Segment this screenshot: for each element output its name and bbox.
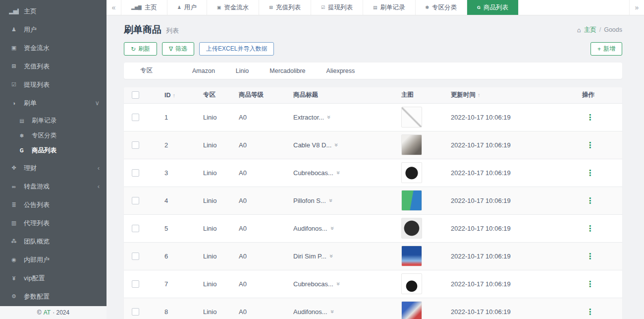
chevron-double-down-icon[interactable]: »	[327, 199, 334, 202]
row-actions-button[interactable]: ⋮	[586, 280, 594, 288]
refresh-button[interactable]: ↻ 刷新	[124, 42, 157, 56]
row-title: Audifonos...	[293, 308, 327, 316]
zone-option-amazon[interactable]: Amazon	[192, 67, 215, 74]
main-area: « ▂▅▇主页♟用户▣资金流水⊞充值列表☑提现列表▤刷单记录✽专区分类G商品列表…	[107, 0, 644, 319]
copyright-year: · 2024	[53, 309, 69, 316]
sidebar-item-withdraw-list[interactable]: ☑提现列表	[0, 75, 107, 94]
sidebar-item-announcement-list[interactable]: ≣公告列表	[0, 195, 107, 214]
agent-list-icon: ▥	[9, 220, 19, 226]
sidebar-item-param-config[interactable]: ⚙参数配置	[0, 287, 107, 306]
tab-withdraw-list[interactable]: ☑提现列表	[311, 0, 363, 15]
sidebar-nav: ▂▅▇主页♟用户▣资金流水⊞充值列表☑提现列表◑刷单∨▤刷单记录✽专区分类G商品…	[0, 0, 107, 306]
sidebar-item-label: 刷单	[24, 99, 37, 108]
mask-box-photo[interactable]	[401, 273, 422, 294]
sidebar-item-users[interactable]: ♟用户	[0, 20, 107, 39]
row-checkbox[interactable]	[132, 114, 139, 121]
tab-goods-list[interactable]: G商品列表	[467, 0, 519, 15]
sidebar-item-home[interactable]: ▂▅▇主页	[0, 2, 107, 20]
tab-home[interactable]: ▂▅▇主页	[121, 0, 167, 15]
row-title: Diri Sim P...	[293, 253, 326, 260]
toolbar: ↻ 刷新 ∇ 筛选 上传EXCEL并导入数据 + 新增	[124, 42, 622, 56]
sidebar-item-finance[interactable]: ✤理财‹	[0, 159, 107, 177]
tabs-scroll-right-icon[interactable]: »	[629, 0, 644, 15]
chevron-double-down-icon[interactable]: »	[335, 282, 342, 286]
row-actions-button[interactable]: ⋮	[586, 113, 594, 122]
row-checkbox[interactable]	[132, 225, 139, 232]
sidebar-item-wheel-game[interactable]: ∞转盘游戏‹	[0, 177, 107, 195]
breadcrumb-home-link[interactable]: 主页	[584, 26, 596, 34]
row-zone: Linio	[198, 298, 234, 319]
chevron-double-down-icon[interactable]: »	[335, 171, 342, 175]
row-updated: 2022-10-17 10:06:19	[446, 298, 577, 319]
chevron-double-down-icon[interactable]: »	[325, 116, 332, 119]
table-row: 1LinioA0Extractor...»2022-10-17 10:06:19…	[124, 103, 622, 131]
sidebar-item-funds-flow[interactable]: ▣资金流水	[0, 39, 107, 57]
chevron-double-down-icon[interactable]: »	[329, 227, 336, 230]
sim-card-photo[interactable]	[401, 190, 422, 211]
column-header-updated[interactable]: 更新时间	[451, 91, 476, 98]
tabs-scroll-left-icon[interactable]: «	[107, 0, 121, 15]
row-actions-button[interactable]: ⋮	[586, 308, 594, 316]
row-actions-button[interactable]: ⋮	[586, 196, 594, 205]
row-updated: 2022-10-17 10:06:19	[446, 214, 577, 242]
cable-photo[interactable]	[401, 134, 422, 155]
tab-brush-records[interactable]: ▤刷单记录	[363, 0, 416, 15]
tab-funds-flow[interactable]: ▣资金流水	[207, 0, 260, 15]
row-checkbox[interactable]	[132, 197, 139, 204]
column-header-id[interactable]: ID	[164, 92, 171, 99]
tab-zone-category[interactable]: ✽专区分类	[416, 0, 468, 15]
tab-label: 商品列表	[483, 3, 508, 12]
announcement-list-icon: ≣	[9, 201, 19, 208]
sort-asc-icon[interactable]: ↑	[173, 92, 176, 98]
row-checkbox[interactable]	[132, 253, 139, 260]
row-actions-button[interactable]: ⋮	[586, 169, 594, 177]
extractor-photo[interactable]	[401, 107, 422, 128]
row-actions-button[interactable]: ⋮	[586, 252, 594, 260]
zone-option-mercadolibre[interactable]: Mercadolibre	[269, 67, 305, 74]
sidebar-item-team-overview[interactable]: ⁂团队概览	[0, 232, 107, 251]
row-checkbox[interactable]	[132, 141, 139, 149]
sidebar-item-vip-config[interactable]: ¥vip配置	[0, 269, 107, 287]
sidebar-item-goods-list[interactable]: G商品列表	[0, 143, 107, 158]
chevron-double-down-icon[interactable]: »	[328, 255, 335, 258]
row-checkbox[interactable]	[132, 169, 139, 177]
row-title: Extractor...	[293, 114, 324, 121]
goods-table: ID↑ 专区 商品等级 商品标题 主图 更新时间↑ 操作 1LinioA0Ext…	[124, 87, 622, 319]
blue-sim-photo[interactable]	[401, 246, 422, 266]
row-actions-button[interactable]: ⋮	[586, 141, 594, 149]
chevron-double-down-icon[interactable]: »	[329, 310, 336, 314]
black-mask-photo[interactable]	[401, 162, 422, 183]
tab-label: 用户	[184, 3, 197, 12]
sidebar-item-recharge-list[interactable]: ⊞充值列表	[0, 57, 107, 75]
row-checkbox[interactable]	[132, 308, 139, 316]
zone-option-linio[interactable]: Linio	[236, 67, 249, 74]
table-row: 7LinioA0Cubrebocas...»2022-10-17 10:06:1…	[124, 270, 622, 298]
row-actions-button[interactable]: ⋮	[586, 224, 594, 233]
row-checkbox[interactable]	[132, 280, 139, 288]
sidebar-item-zone-category[interactable]: ✽专区分类	[0, 128, 107, 143]
sidebar-item-internal-users[interactable]: ◉内部用户	[0, 251, 107, 269]
filter-button[interactable]: ∇ 筛选	[162, 42, 194, 56]
earbuds-photo[interactable]	[401, 301, 422, 319]
withdraw-list-icon: ☑	[321, 5, 325, 10]
users-icon: ♟	[177, 5, 181, 10]
add-button[interactable]: + 新增	[590, 42, 622, 56]
sidebar-item-brush-order[interactable]: ◑刷单∨	[0, 94, 107, 112]
tab-users[interactable]: ♟用户	[167, 0, 207, 15]
sort-asc-icon[interactable]: ↑	[478, 92, 481, 98]
earphone-case-photo[interactable]	[401, 218, 422, 239]
breadcrumb-current: Goods	[604, 26, 622, 33]
sidebar-item-brush-records[interactable]: ▤刷单记录	[0, 113, 107, 128]
tab-recharge-list[interactable]: ⊞充值列表	[259, 0, 311, 15]
sidebar-item-label: 专区分类	[32, 131, 56, 140]
chevron-double-down-icon[interactable]: »	[333, 143, 340, 147]
withdraw-list-icon: ☑	[9, 81, 19, 88]
zone-option-aliexpress[interactable]: Aliexpress	[326, 67, 355, 74]
select-all-checkbox[interactable]	[132, 91, 139, 99]
brand-link[interactable]: AT	[44, 309, 51, 316]
column-header-ops: 操作	[577, 87, 622, 103]
upload-excel-button[interactable]: 上传EXCEL并导入数据	[199, 42, 274, 56]
sidebar-item-agent-list[interactable]: ▥代理列表	[0, 214, 107, 232]
row-id: 8	[160, 298, 198, 319]
sidebar-item-label: vip配置	[24, 274, 45, 283]
